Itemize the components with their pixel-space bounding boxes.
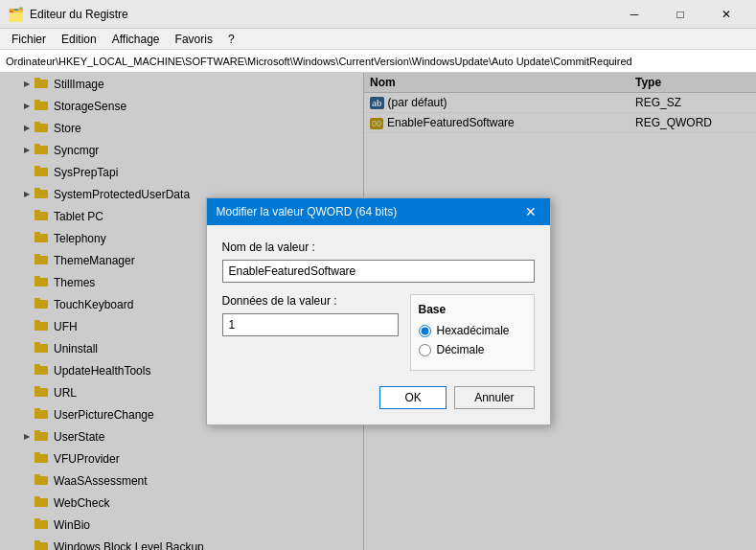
hex-radio-row: Hexadécimale bbox=[419, 324, 526, 337]
main-content: ▶StillImage▶StorageSense▶Store▶SyncmgrSy… bbox=[0, 73, 756, 550]
dec-radio-row: Décimale bbox=[419, 343, 526, 356]
address-text: Ordinateur\HKEY_LOCAL_MACHINE\SOFTWARE\M… bbox=[6, 56, 632, 67]
menu-affichage[interactable]: Affichage bbox=[104, 31, 168, 48]
name-input[interactable] bbox=[222, 260, 535, 283]
title-bar-controls: ─ □ ✕ bbox=[612, 0, 748, 29]
dec-label: Décimale bbox=[437, 343, 485, 356]
app-icon: 🗂️ bbox=[8, 7, 24, 22]
data-label: Données de la valeur : bbox=[222, 294, 399, 308]
dialog-data-row: Données de la valeur : Base Hexadécimale… bbox=[222, 294, 535, 371]
app-title: Editeur du Registre bbox=[30, 8, 128, 21]
dialog-body: Nom de la valeur : Données de la valeur … bbox=[207, 225, 550, 424]
menu-fichier[interactable]: Fichier bbox=[4, 31, 54, 48]
menu-edition[interactable]: Edition bbox=[54, 31, 104, 48]
name-label: Nom de la valeur : bbox=[222, 241, 535, 254]
menu-favoris[interactable]: Favoris bbox=[168, 31, 220, 48]
data-input[interactable] bbox=[222, 313, 399, 336]
close-button[interactable]: ✕ bbox=[704, 0, 748, 29]
hex-radio[interactable] bbox=[419, 325, 431, 337]
dialog-overlay: Modifier la valeur QWORD (64 bits) ✕ Nom… bbox=[0, 73, 756, 550]
menu-bar: Fichier Edition Affichage Favoris ? bbox=[0, 29, 756, 50]
value-section: Données de la valeur : bbox=[222, 294, 399, 371]
minimize-button[interactable]: ─ bbox=[612, 0, 656, 29]
ok-button[interactable]: OK bbox=[379, 386, 447, 409]
menu-help[interactable]: ? bbox=[220, 31, 242, 48]
hex-label: Hexadécimale bbox=[437, 324, 510, 337]
dialog-title: Modifier la valeur QWORD (64 bits) bbox=[217, 205, 398, 218]
address-bar: Ordinateur\HKEY_LOCAL_MACHINE\SOFTWARE\M… bbox=[0, 50, 756, 73]
cancel-button[interactable]: Annuler bbox=[454, 386, 534, 409]
title-bar: 🗂️ Editeur du Registre ─ □ ✕ bbox=[0, 0, 756, 29]
dialog-qword: Modifier la valeur QWORD (64 bits) ✕ Nom… bbox=[206, 197, 551, 425]
dialog-buttons: OK Annuler bbox=[222, 386, 535, 409]
maximize-button[interactable]: □ bbox=[658, 0, 702, 29]
dialog-close-button[interactable]: ✕ bbox=[521, 204, 540, 219]
dialog-title-bar: Modifier la valeur QWORD (64 bits) ✕ bbox=[207, 198, 550, 225]
dec-radio[interactable] bbox=[419, 344, 431, 356]
base-section: Base Hexadécimale Décimale bbox=[410, 294, 535, 371]
base-title: Base bbox=[419, 303, 526, 316]
